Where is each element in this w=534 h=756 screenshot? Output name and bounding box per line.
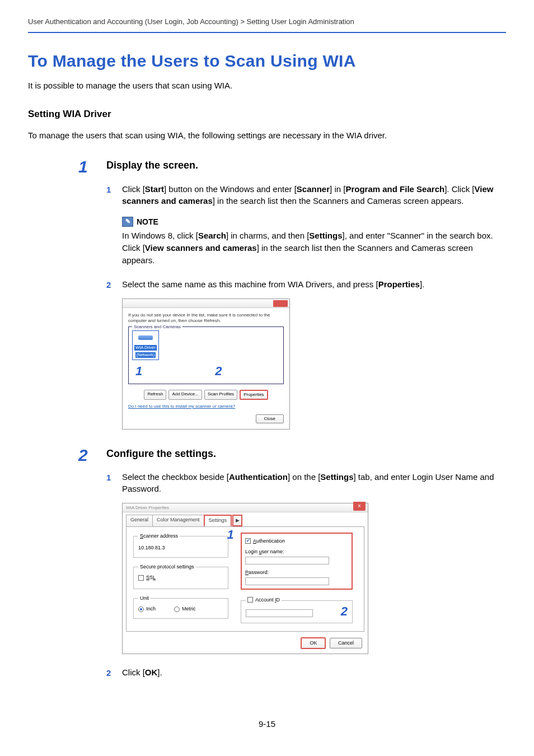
subsection-heading: Setting WIA Driver <box>28 108 506 122</box>
text: ] in [ <box>330 184 345 194</box>
page-number: 9-15 <box>28 718 506 730</box>
scan-profiles-button[interactable]: Scan Profiles <box>204 390 237 400</box>
note-icon: ✎ <box>122 217 133 227</box>
bold-scanner: Scanner <box>297 184 330 194</box>
note-label: NOTE <box>137 216 158 227</box>
substep-number: 2 <box>106 279 111 291</box>
tab-overflow-button[interactable]: ▶ <box>232 515 242 526</box>
bold-program-search: Program and File Search <box>345 184 444 194</box>
group-label: Scanners and Cameras <box>132 324 182 330</box>
substep-number: 1 <box>106 184 111 196</box>
bold-settings: Settings <box>309 231 342 240</box>
secure-protocol-label: Secure protocol settings <box>138 563 196 571</box>
callout-2: 2 <box>341 603 348 620</box>
unit-inch-radio[interactable]: Inch <box>138 606 156 612</box>
scanner-address-value: 10.180.81.3 <box>138 544 223 552</box>
step-1-substep-2: 2 Select the same name as this machine f… <box>106 278 506 291</box>
step-1-substep-1: 1 Click [Start] button on the Windows an… <box>106 183 506 208</box>
scanner-address-group: SScanner addresscanner address 10.180.81… <box>133 533 228 558</box>
unit-inch-label: Inch <box>146 606 156 612</box>
page-title: To Manage the Users to Scan Using WIA <box>28 49 506 73</box>
unit-group: Unit Inch Metric <box>133 595 228 619</box>
close-icon[interactable] <box>273 300 288 307</box>
bold-start: Start <box>145 184 164 194</box>
tab-settings-label: Settings <box>209 517 227 523</box>
scanner-icon <box>137 332 154 342</box>
close-button[interactable]: Close <box>256 414 284 423</box>
text: ] button on the Windows and enter [ <box>164 184 297 194</box>
login-user-input[interactable] <box>245 557 329 564</box>
unit-metric-label: Metric <box>182 606 196 612</box>
account-id-group: Account ID 2 <box>241 596 353 624</box>
ssl-label: SSL <box>146 574 156 581</box>
tab-general[interactable]: General <box>126 515 153 526</box>
text: ] in the search list then the Scanners a… <box>213 196 464 206</box>
account-id-label: Account ID <box>255 596 280 604</box>
text: Select the same name as this machine fro… <box>122 279 378 289</box>
properties-button[interactable]: Properties <box>240 390 268 400</box>
scanners-group: Scanners and Cameras WIA Driver (Network… <box>128 326 284 384</box>
account-id-input[interactable] <box>246 609 313 617</box>
ssl-checkbox[interactable]: SSL <box>138 574 156 581</box>
step-2-substep-2: 2 Click [OK]. <box>106 666 506 679</box>
text: Click [ <box>122 668 145 677</box>
tab-color-management[interactable]: Color Management <box>152 515 204 526</box>
callout-1: 1 <box>227 526 234 544</box>
refresh-button[interactable]: Refresh <box>144 390 166 400</box>
bold-settings-tab: Settings <box>320 472 353 482</box>
unit-label: Unit <box>138 595 151 602</box>
step-number-1: 1 <box>78 155 88 179</box>
tab-strip: General Color Management Settings 1 ▶ <box>123 512 368 526</box>
password-input[interactable] <box>245 577 329 585</box>
breadcrumb: User Authentication and Accounting (User… <box>28 17 506 33</box>
password-label: Password: <box>245 569 348 576</box>
text: ]. Click [ <box>444 184 474 194</box>
callout-1: 1 <box>135 362 142 380</box>
bold-ok: OK <box>145 668 158 677</box>
step-2-title: Configure the settings. <box>106 446 506 461</box>
tab-settings[interactable]: Settings 1 <box>204 515 232 526</box>
subsection-desc: To manage the users that scan using WIA,… <box>28 129 506 142</box>
bold-search: Search <box>198 231 226 240</box>
ok-button[interactable]: OK <box>301 637 326 649</box>
intro-text: It is possible to manage the users that … <box>28 80 506 92</box>
authentication-highlight: ✔ Authentication Login user name: Passwo… <box>241 533 353 589</box>
bold-view-scanners: View scanners and cameras <box>145 243 257 253</box>
step-2-substep-1: 1 Select the checkbox beside [Authentica… <box>106 471 506 496</box>
text: In Windows 8, click [ <box>122 231 198 240</box>
titlebar-text: WIA Driver Properties <box>123 503 368 511</box>
note-box: ✎ NOTE In Windows 8, click [Search] in c… <box>106 215 506 266</box>
add-device-button[interactable]: Add Device... <box>168 390 202 400</box>
text: Click [ <box>122 184 145 194</box>
bold-properties: Properties <box>378 279 420 289</box>
device-label-2: (Network) <box>135 352 156 358</box>
secure-protocol-group: Secure protocol settings SSL <box>133 563 228 589</box>
bold-authentication: Authentication <box>229 472 288 482</box>
account-id-checkbox[interactable]: Account ID <box>247 596 280 604</box>
text: ]. <box>420 279 424 289</box>
cancel-button[interactable]: Cancel <box>330 638 362 648</box>
substep-number: 2 <box>106 667 111 679</box>
window-titlebar <box>123 299 289 308</box>
text: ]. <box>157 668 162 677</box>
screenshot-properties-dialog: WIA Driver Properties × General Color Ma… <box>122 503 368 654</box>
help-link[interactable]: Do I need to use this to install my scan… <box>128 403 235 410</box>
hint-text: If you do not see your device in the lis… <box>128 312 284 323</box>
settings-panel: SScanner addresscanner address 10.180.81… <box>126 526 364 632</box>
authentication-checkbox[interactable]: ✔ Authentication <box>245 538 285 545</box>
scanner-address-label: SScanner addresscanner address <box>138 533 180 540</box>
substep-number: 1 <box>106 472 111 484</box>
text: Select the checkbox beside [ <box>122 472 229 482</box>
text: ] on the [ <box>288 472 320 482</box>
text: ] in charms, and then [ <box>226 231 309 240</box>
screenshot-scanners-cameras: If you do not see your device in the lis… <box>122 298 290 429</box>
window-titlebar: WIA Driver Properties × <box>123 503 368 512</box>
device-label-1: WIA Driver <box>134 345 157 351</box>
step-1-title: Display the screen. <box>106 158 506 172</box>
login-user-label: Login user name: <box>245 548 348 556</box>
authentication-label: Authentication <box>253 538 285 545</box>
close-icon[interactable]: × <box>353 502 366 511</box>
unit-metric-radio[interactable]: Metric <box>174 606 196 612</box>
callout-2: 2 <box>215 362 222 380</box>
wia-driver-device[interactable]: WIA Driver (Network) <box>132 330 159 360</box>
